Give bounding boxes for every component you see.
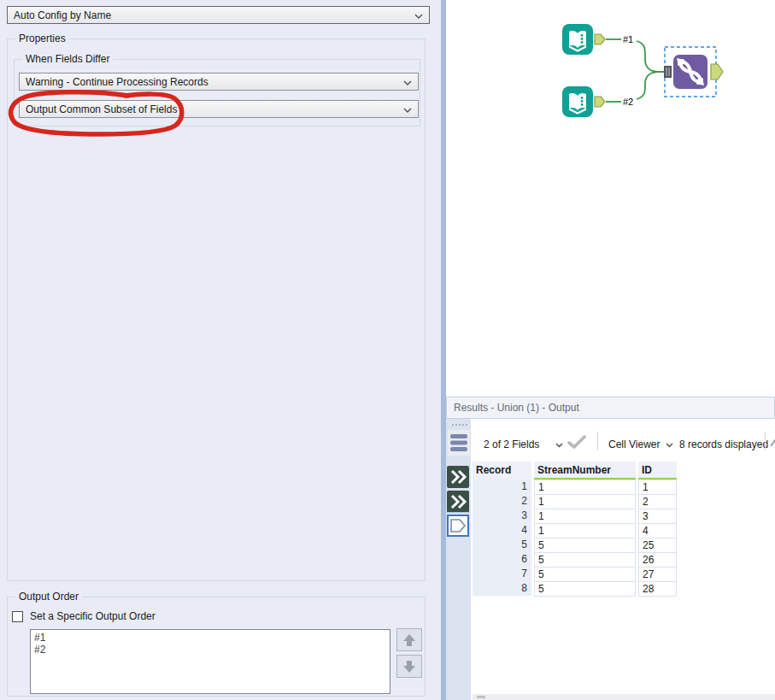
input-anchor-icon[interactable] bbox=[664, 66, 672, 78]
stream-number-cell[interactable]: 5 bbox=[534, 552, 636, 568]
output-order-listbox[interactable]: #1#2 bbox=[30, 629, 390, 694]
partial-toolbar-icon[interactable] bbox=[771, 438, 775, 450]
id-cell[interactable]: 2 bbox=[638, 494, 677, 509]
stream-number-cell[interactable]: 1 bbox=[534, 509, 636, 524]
column-header-id[interactable]: ID bbox=[638, 462, 677, 479]
output-connection-button[interactable] bbox=[447, 515, 469, 537]
id-cell[interactable]: 27 bbox=[638, 567, 677, 582]
specific-output-order-checkbox[interactable] bbox=[12, 611, 23, 622]
output-order-item[interactable]: #2 bbox=[34, 644, 386, 656]
output-anchor-icon[interactable] bbox=[595, 97, 605, 107]
grid-header-row: Record StreamNumber ID bbox=[473, 462, 677, 479]
fields-dropdown[interactable]: 2 of 2 Fields bbox=[484, 438, 539, 450]
input-connection-2-button[interactable] bbox=[447, 491, 469, 513]
chevron-down-icon bbox=[403, 108, 412, 113]
results-grid: Record StreamNumber ID 11121231341455256… bbox=[473, 462, 677, 597]
table-row: 313 bbox=[473, 509, 677, 524]
table-row: 5525 bbox=[473, 538, 677, 553]
cell-viewer-dropdown[interactable]: Cell Viewer bbox=[608, 438, 660, 450]
stream-number-cell[interactable]: 5 bbox=[534, 538, 636, 553]
double-chevron-icon bbox=[449, 469, 467, 485]
record-cell[interactable]: 8 bbox=[473, 581, 531, 597]
when-fields-differ-label: When Fields Differ bbox=[22, 53, 113, 66]
red-circle-annotation bbox=[3, 87, 193, 144]
chevron-down-icon bbox=[414, 14, 423, 19]
text-input-tool-1[interactable] bbox=[562, 24, 605, 55]
table-row: 414 bbox=[473, 523, 677, 538]
table-row: 7527 bbox=[473, 567, 677, 582]
down-arrow-icon bbox=[402, 659, 417, 674]
grip-dots-icon bbox=[451, 423, 468, 426]
chevron-down-icon bbox=[403, 80, 412, 85]
results-panel-header: Results - Union (1) - Output bbox=[446, 397, 775, 419]
record-cell[interactable]: 4 bbox=[473, 523, 531, 538]
output-order-item[interactable]: #1 bbox=[34, 632, 386, 644]
auto-config-dropdown[interactable]: Auto Config by Name bbox=[7, 6, 430, 24]
union-tool[interactable] bbox=[664, 47, 723, 97]
specific-output-order-label: Set a Specific Output Order bbox=[30, 610, 156, 622]
record-cell[interactable]: 6 bbox=[473, 552, 531, 568]
list-view-icon bbox=[450, 433, 467, 452]
when-fields-differ-value: Warning - Continue Processing Records bbox=[26, 76, 208, 88]
results-toolbar: 2 of 2 Fields Cell Viewer 8 records disp… bbox=[471, 419, 775, 462]
table-row: 8528 bbox=[473, 581, 677, 597]
fields-summary: 2 of 2 Fields bbox=[484, 438, 539, 450]
scrollbar-thumb[interactable] bbox=[477, 696, 485, 698]
connection-label-1[interactable]: #1 bbox=[623, 34, 633, 44]
output-order-label: Output Order bbox=[15, 591, 82, 603]
id-cell[interactable]: 26 bbox=[638, 552, 677, 568]
table-row: 6526 bbox=[473, 552, 677, 568]
input-connection-1-button[interactable] bbox=[447, 466, 469, 488]
properties-label: Properties bbox=[15, 32, 69, 45]
up-arrow-icon bbox=[402, 632, 417, 648]
record-cell[interactable]: 2 bbox=[473, 494, 531, 509]
stream-number-cell[interactable]: 5 bbox=[534, 567, 636, 582]
chevron-down-icon[interactable] bbox=[555, 443, 563, 448]
connection-label-2[interactable]: #2 bbox=[623, 97, 633, 107]
chevron-down-icon[interactable] bbox=[666, 443, 673, 448]
id-cell[interactable]: 4 bbox=[638, 523, 677, 538]
output-anchor-icon[interactable] bbox=[595, 34, 605, 44]
book-icon bbox=[569, 31, 586, 50]
profile-view-button[interactable] bbox=[448, 430, 470, 456]
output-anchor-outline-icon bbox=[449, 518, 467, 533]
id-cell[interactable]: 1 bbox=[638, 479, 677, 495]
record-cell[interactable]: 7 bbox=[473, 567, 531, 582]
table-row: 111 bbox=[473, 479, 677, 495]
results-grid-rows: 1112123134145525652675278528 bbox=[473, 479, 677, 597]
column-header-record[interactable]: Record bbox=[473, 462, 531, 479]
strip-divider bbox=[448, 512, 468, 513]
id-cell[interactable]: 28 bbox=[638, 581, 677, 597]
move-down-button[interactable] bbox=[396, 655, 422, 678]
id-cell[interactable]: 3 bbox=[638, 509, 677, 524]
stream-number-cell[interactable]: 1 bbox=[534, 494, 636, 509]
id-cell[interactable]: 25 bbox=[638, 538, 677, 553]
double-chevron-icon bbox=[449, 494, 467, 509]
connection-wires bbox=[606, 39, 664, 102]
horizontal-scrollbar[interactable] bbox=[473, 694, 775, 700]
results-connection-strip bbox=[446, 419, 471, 700]
checkmark-icon[interactable] bbox=[567, 435, 586, 450]
stream-number-cell[interactable]: 1 bbox=[534, 523, 636, 538]
column-header-streamnumber[interactable]: StreamNumber bbox=[534, 462, 636, 479]
stream-number-cell[interactable]: 1 bbox=[534, 479, 636, 495]
book-icon bbox=[569, 93, 586, 113]
table-row: 212 bbox=[473, 494, 677, 509]
move-up-button[interactable] bbox=[396, 628, 422, 651]
toolbar-separator bbox=[597, 432, 598, 450]
toolbar-separator bbox=[765, 432, 766, 450]
record-cell[interactable]: 3 bbox=[473, 509, 531, 524]
stream-number-cell[interactable]: 5 bbox=[534, 581, 636, 597]
record-cell[interactable]: 5 bbox=[473, 538, 531, 553]
record-cell[interactable]: 1 bbox=[473, 479, 531, 495]
records-summary: 8 records displayed bbox=[679, 438, 768, 450]
config-panel: Auto Config by Name Properties When Fiel… bbox=[0, 0, 441, 700]
results-title: Results - Union (1) - Output bbox=[454, 402, 579, 414]
output-anchor-icon[interactable] bbox=[711, 64, 723, 79]
app-root: Auto Config by Name Properties When Fiel… bbox=[0, 0, 775, 700]
workflow-canvas: #1 #2 bbox=[531, 13, 745, 128]
text-input-tool-2[interactable] bbox=[562, 86, 605, 117]
cell-viewer-label: Cell Viewer bbox=[608, 438, 660, 450]
auto-config-value: Auto Config by Name bbox=[14, 9, 111, 21]
